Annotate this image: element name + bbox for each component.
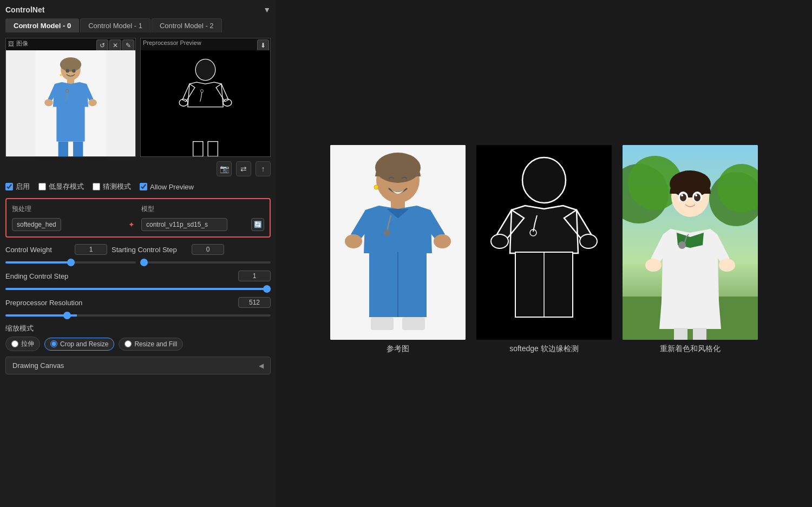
scale-crop-resize-label: Crop and Resize [60, 340, 108, 348]
starting-step-input[interactable] [192, 244, 224, 255]
result-image-ref [330, 145, 466, 340]
model-select[interactable]: control_v11p_sd15_s control_v11p_sd15_ca… [141, 218, 227, 231]
scaling-options: 拉伸 Crop and Resize Resize and Fill [5, 337, 271, 351]
nurse-svg [6, 50, 135, 156]
drawing-canvas-label: Drawing Canvas [12, 361, 64, 370]
nurse-photo-display [6, 50, 135, 156]
input-image-label: 🖼 图像 [8, 39, 28, 48]
svg-point-12 [60, 74, 62, 76]
model-refresh-button[interactable]: 🔄 [251, 218, 264, 231]
preprocessor-res-input[interactable] [238, 297, 271, 308]
svg-point-31 [374, 185, 378, 189]
drawing-canvas-row[interactable]: Drawing Canvas ◀ [5, 357, 271, 374]
anime-nurse-svg [623, 145, 758, 340]
panel-title: ControlNet [5, 5, 44, 14]
model-select-row: control_v11p_sd15_s control_v11p_sd15_ca… [141, 218, 264, 231]
camera-action-button[interactable]: 📷 [217, 161, 232, 176]
enable-label: 启用 [16, 182, 30, 192]
control-weight-slider-col [5, 257, 136, 265]
svg-point-36 [491, 234, 508, 248]
result-label-edge: softedge 软边缘检测 [509, 344, 579, 354]
scale-resize-fill-option[interactable]: Resize and Fill [119, 338, 183, 351]
svg-rect-6 [56, 106, 84, 141]
nurse-real-display [330, 145, 466, 340]
upload-action-button[interactable]: ↑ [256, 161, 271, 176]
guess-mode-checkbox-item[interactable]: 猜测模式 [93, 182, 131, 192]
scale-stretch-label: 拉伸 [21, 339, 34, 348]
svg-point-9 [66, 90, 68, 93]
action-buttons-row: 📷 ⇄ ↑ [5, 161, 271, 176]
preprocessor-select-wrapper: softedge_hed canny depth [12, 218, 126, 231]
enable-checkbox-item[interactable]: 启用 [5, 182, 30, 192]
star-icon: ✦ [128, 220, 135, 229]
allow-preview-checkbox[interactable] [140, 183, 147, 190]
low-memory-checkbox-item[interactable]: 低显存模式 [38, 182, 84, 192]
close-image-button[interactable]: ✕ [109, 39, 121, 51]
svg-point-10 [66, 69, 69, 73]
svg-point-54 [695, 194, 697, 196]
ending-step-slider[interactable] [5, 288, 271, 290]
starting-step-slider[interactable] [140, 261, 271, 264]
low-memory-checkbox[interactable] [38, 183, 46, 190]
scale-resize-fill-radio[interactable] [125, 340, 132, 347]
enable-checkbox[interactable] [5, 183, 13, 190]
model-select-wrapper: control_v11p_sd15_s control_v11p_sd15_ca… [141, 218, 249, 231]
guess-mode-checkbox[interactable] [93, 183, 100, 190]
preprocessor-model-cols: 预处理 softedge_hed canny depth ✦ 模型 [12, 205, 264, 231]
result-col-edge: softedge 软边缘检测 [476, 145, 612, 354]
scale-crop-resize-radio[interactable] [50, 340, 57, 347]
drawing-canvas-arrow: ◀ [259, 362, 264, 370]
result-image-anime [623, 145, 758, 340]
edge-photo-display [141, 50, 270, 156]
tab-control-model-0[interactable]: Control Model - 0 [5, 18, 79, 32]
preprocessor-col: 预处理 softedge_hed canny depth ✦ [12, 205, 135, 231]
right-panel: 参考图 [276, 0, 812, 507]
allow-preview-checkbox-item[interactable]: Allow Preview [140, 183, 194, 191]
model-col: 模型 control_v11p_sd15_s control_v11p_sd15… [141, 205, 264, 231]
svg-point-5 [88, 99, 97, 106]
preprocessor-select[interactable]: softedge_hed canny depth [12, 218, 61, 231]
svg-point-4 [44, 99, 53, 106]
preprocessor-res-slider-row [5, 310, 271, 318]
ending-step-row: Ending Control Step [5, 271, 271, 281]
svg-point-26 [434, 234, 451, 248]
input-image-buttons: ↺ ✕ ✎ [96, 39, 134, 51]
brush-image-button[interactable]: ✎ [122, 39, 134, 51]
result-image-edge [476, 145, 612, 340]
scaling-label: 缩放模式 [5, 324, 271, 333]
tab-control-model-2[interactable]: Control Model - 2 [152, 18, 222, 32]
nurse-real-svg [330, 145, 466, 340]
svg-point-25 [345, 234, 362, 248]
download-preview-button[interactable]: ⬇ [257, 39, 269, 51]
control-weight-label: Control Weight [5, 246, 70, 254]
refresh-image-button[interactable]: ↺ [96, 39, 108, 51]
edge-result-display [476, 145, 612, 340]
allow-preview-label: Allow Preview [150, 183, 194, 191]
svg-rect-8 [73, 142, 83, 156]
svg-point-55 [678, 241, 686, 249]
svg-rect-30 [402, 317, 425, 330]
control-weight-input[interactable] [75, 244, 107, 255]
preprocessor-res-slider[interactable] [5, 314, 271, 317]
svg-point-53 [681, 194, 683, 196]
panel-header: ControlNet ▼ [5, 5, 271, 14]
scale-stretch-option[interactable]: 拉伸 [5, 337, 40, 351]
model-section-label: 模型 [141, 205, 264, 214]
svg-point-56 [645, 259, 662, 272]
result-col-anime: 重新着色和风格化 [623, 145, 758, 354]
svg-point-52 [694, 194, 700, 201]
swap-action-button[interactable]: ⇄ [236, 161, 251, 176]
preprocessor-preview-box: Preprocessor Preview ⬇ [140, 38, 271, 157]
ending-step-input[interactable] [238, 271, 271, 281]
anime-nurse-display [623, 145, 758, 340]
model-tabs: Control Model - 0 Control Model - 1 Cont… [5, 18, 271, 32]
scale-crop-resize-option[interactable]: Crop and Resize [44, 338, 114, 351]
preprocessor-preview-label: Preprocessor Preview [143, 39, 201, 46]
scale-stretch-radio[interactable] [11, 340, 18, 347]
edge-svg [141, 50, 270, 156]
tab-control-model-1[interactable]: Control Model - 1 [80, 18, 150, 32]
control-weight-slider[interactable] [5, 261, 136, 264]
panel-collapse-icon[interactable]: ▼ [263, 5, 271, 14]
left-panel: ControlNet ▼ Control Model - 0 Control M… [0, 0, 276, 507]
result-label-anime: 重新着色和风格化 [660, 344, 721, 354]
